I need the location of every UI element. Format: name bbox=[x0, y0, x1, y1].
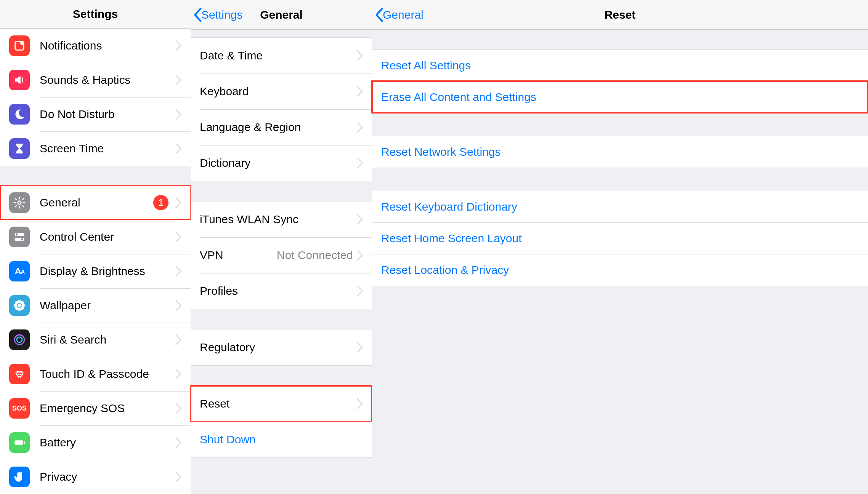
general-row-regulatory[interactable]: Regulatory bbox=[191, 329, 372, 365]
chevron-right-icon bbox=[357, 50, 363, 61]
settings-row-notifications[interactable]: Notifications bbox=[0, 29, 191, 63]
sos-icon: SOS bbox=[9, 398, 30, 419]
settings-row-sounds[interactable]: Sounds & Haptics bbox=[0, 63, 191, 97]
row-label: Reset All Settings bbox=[381, 59, 471, 72]
chevron-right-icon bbox=[175, 40, 181, 51]
general-group: Regulatory bbox=[191, 329, 372, 366]
general-row-profiles[interactable]: Profiles bbox=[191, 273, 372, 309]
svg-point-9 bbox=[18, 308, 21, 310]
row-label: Reset bbox=[200, 397, 357, 410]
chevron-right-icon bbox=[175, 197, 181, 208]
moon-icon bbox=[9, 104, 30, 125]
navbar-title: Settings bbox=[73, 8, 118, 21]
reset-row-reset-location[interactable]: Reset Location & Privacy bbox=[372, 254, 868, 286]
speaker-icon bbox=[9, 70, 30, 90]
general-row-keyboard[interactable]: Keyboard bbox=[191, 74, 372, 109]
general-pane: Settings General Date & TimeKeyboardLang… bbox=[191, 0, 372, 494]
row-label: Reset Location & Privacy bbox=[381, 264, 509, 276]
fingerprint-icon bbox=[9, 364, 30, 384]
chevron-right-icon bbox=[175, 109, 181, 120]
settings-row-sos[interactable]: SOSEmergency SOS bbox=[0, 391, 191, 425]
reset-row-reset-network[interactable]: Reset Network Settings bbox=[372, 136, 868, 168]
settings-list: NotificationsSounds & HapticsDo Not Dist… bbox=[0, 29, 191, 494]
back-button[interactable]: General bbox=[375, 0, 424, 29]
text-size-icon: AA bbox=[9, 261, 30, 281]
row-label: Screen Time bbox=[40, 142, 175, 155]
chevron-right-icon bbox=[175, 266, 181, 277]
general-row-vpn[interactable]: VPNNot Connected bbox=[191, 237, 372, 273]
row-label: Privacy bbox=[40, 470, 175, 483]
settings-row-battery[interactable]: Battery bbox=[0, 425, 191, 460]
row-label: iTunes WLAN Sync bbox=[200, 213, 357, 226]
general-row-reset[interactable]: Reset bbox=[191, 386, 372, 422]
chevron-right-icon bbox=[357, 122, 363, 133]
reset-list: Reset All SettingsErase All Content and … bbox=[372, 30, 868, 286]
chevron-left-icon bbox=[375, 8, 383, 22]
general-row-datetime[interactable]: Date & Time bbox=[191, 38, 372, 74]
battery-icon bbox=[9, 432, 30, 453]
chevron-right-icon bbox=[175, 334, 181, 345]
row-label: Sounds & Haptics bbox=[40, 74, 175, 86]
reset-row-erase-all[interactable]: Erase All Content and Settings bbox=[372, 81, 868, 113]
chevron-right-icon bbox=[175, 472, 181, 482]
general-list: Date & TimeKeyboardLanguage & RegionDict… bbox=[191, 30, 372, 458]
chevron-right-icon bbox=[175, 437, 181, 448]
svg-point-14 bbox=[16, 307, 18, 309]
row-label: General bbox=[40, 196, 153, 209]
svg-point-1 bbox=[20, 41, 24, 45]
reset-group: Reset Network Settings bbox=[372, 136, 868, 168]
reset-group: Reset Keyboard DictionaryReset Home Scre… bbox=[372, 191, 868, 286]
settings-row-wallpaper[interactable]: Wallpaper bbox=[0, 288, 191, 323]
chevron-left-icon bbox=[194, 8, 202, 22]
notification-badge: 1 bbox=[153, 195, 168, 210]
reset-row-reset-keyboard[interactable]: Reset Keyboard Dictionary bbox=[372, 191, 868, 222]
svg-point-8 bbox=[18, 301, 21, 303]
settings-row-screentime[interactable]: Screen Time bbox=[0, 131, 191, 166]
general-row-itunes[interactable]: iTunes WLAN Sync bbox=[191, 201, 372, 237]
settings-row-controlcenter[interactable]: Control Center bbox=[0, 220, 191, 254]
section-gap bbox=[0, 166, 191, 185]
general-group: Date & TimeKeyboardLanguage & RegionDict… bbox=[191, 37, 372, 181]
chevron-right-icon bbox=[175, 403, 181, 414]
back-button[interactable]: Settings bbox=[194, 0, 242, 29]
back-label: General bbox=[383, 8, 424, 21]
general-row-dictionary[interactable]: Dictionary bbox=[191, 145, 372, 181]
settings-row-privacy[interactable]: Privacy bbox=[0, 460, 191, 494]
settings-group: General1Control CenterAADisplay & Bright… bbox=[0, 185, 191, 494]
general-row-shutdown[interactable]: Shut Down bbox=[191, 422, 372, 457]
row-label: Date & Time bbox=[200, 49, 357, 62]
row-label: Display & Brightness bbox=[40, 265, 175, 278]
svg-point-16 bbox=[14, 335, 24, 345]
row-label: Reset Home Screen Layout bbox=[381, 232, 522, 245]
settings-row-general[interactable]: General1 bbox=[0, 185, 191, 220]
settings-row-touchid[interactable]: Touch ID & Passcode bbox=[0, 357, 191, 391]
navbar-reset: General Reset bbox=[372, 0, 868, 30]
reset-row-reset-all[interactable]: Reset All Settings bbox=[372, 50, 868, 81]
chevron-right-icon bbox=[357, 286, 363, 296]
toggles-icon bbox=[9, 227, 30, 247]
settings-row-dnd[interactable]: Do Not Disturb bbox=[0, 97, 191, 131]
navbar-general: Settings General bbox=[191, 0, 372, 30]
chevron-right-icon bbox=[357, 214, 363, 225]
chevron-right-icon bbox=[357, 158, 363, 168]
notifications-icon bbox=[9, 35, 30, 56]
svg-point-6 bbox=[21, 238, 23, 241]
navbar-settings: Settings bbox=[0, 0, 191, 29]
footer-spacer bbox=[372, 286, 868, 494]
row-label: Regulatory bbox=[200, 341, 357, 354]
settings-row-siri[interactable]: Siri & Search bbox=[0, 323, 191, 357]
reset-row-reset-home[interactable]: Reset Home Screen Layout bbox=[372, 222, 868, 254]
row-label: Reset Network Settings bbox=[381, 145, 501, 158]
svg-rect-19 bbox=[24, 441, 25, 444]
chevron-right-icon bbox=[175, 232, 181, 242]
footer-spacer bbox=[191, 458, 372, 494]
chevron-right-icon bbox=[357, 398, 363, 409]
settings-row-display[interactable]: AADisplay & Brightness bbox=[0, 254, 191, 288]
general-row-language[interactable]: Language & Region bbox=[191, 109, 372, 145]
row-label: Control Center bbox=[40, 230, 175, 243]
navbar-title: Reset bbox=[605, 8, 636, 21]
svg-point-5 bbox=[16, 233, 18, 236]
reset-group: Reset All SettingsErase All Content and … bbox=[372, 50, 868, 113]
siri-icon bbox=[9, 329, 30, 350]
gear-icon bbox=[9, 192, 30, 213]
